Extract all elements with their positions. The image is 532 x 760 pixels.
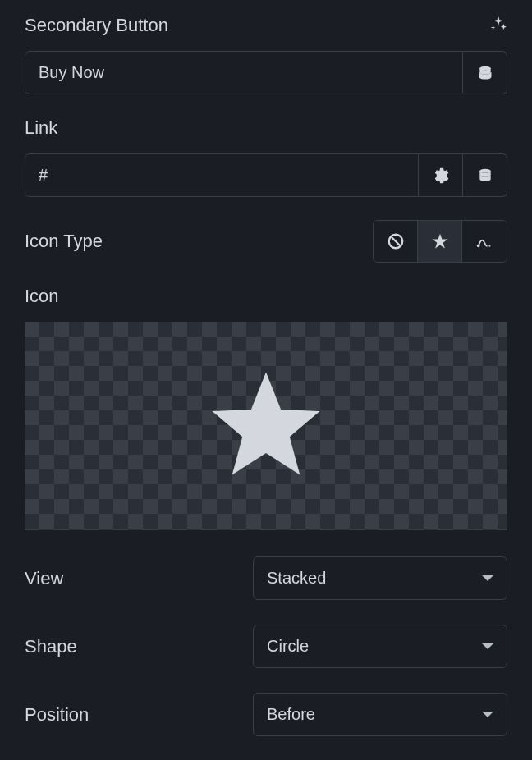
shape-select[interactable]: Circle <box>253 625 507 668</box>
position-label: Position <box>25 704 89 726</box>
svg-line-5 <box>391 237 400 246</box>
button-text-input[interactable] <box>25 51 463 94</box>
database-icon <box>477 65 493 81</box>
section-title: Secondary Button <box>25 15 168 36</box>
svg-point-3 <box>479 168 490 172</box>
shape-label: Shape <box>25 636 77 657</box>
svg-point-2 <box>479 70 490 74</box>
icon-preview[interactable] <box>25 322 507 530</box>
svg-path-icon <box>475 232 493 250</box>
star-icon <box>431 232 449 250</box>
position-select[interactable]: Before <box>253 693 507 736</box>
icon-type-label: Icon Type <box>25 231 103 252</box>
icon-type-icon[interactable] <box>418 221 462 262</box>
none-icon <box>387 232 405 250</box>
icon-type-none[interactable] <box>374 221 418 262</box>
link-input[interactable] <box>25 153 419 197</box>
gear-icon <box>433 167 449 184</box>
ai-sparkle-icon[interactable] <box>489 15 507 36</box>
view-label: View <box>25 568 63 589</box>
view-select[interactable]: Stacked <box>253 556 507 600</box>
icon-label: Icon <box>25 286 507 307</box>
database-icon <box>477 167 493 184</box>
icon-type-toggle <box>373 220 507 263</box>
link-dynamic-tag-button[interactable] <box>463 153 507 197</box>
link-settings-button[interactable] <box>419 153 463 197</box>
link-label: Link <box>25 117 507 139</box>
icon-preview-star-icon <box>204 364 328 488</box>
svg-point-6 <box>477 245 480 248</box>
icon-type-svg[interactable] <box>462 221 507 262</box>
dynamic-tag-button[interactable] <box>463 51 507 94</box>
